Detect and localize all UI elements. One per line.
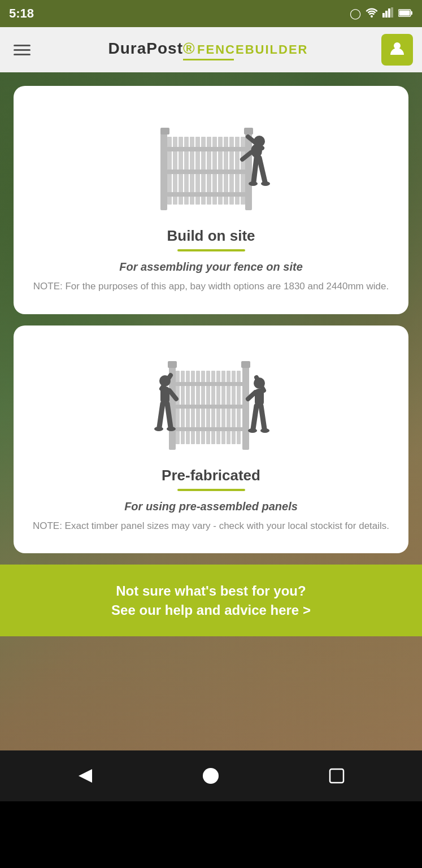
- build-on-site-title: Build on site: [167, 227, 255, 245]
- help-line-1: Not sure what's best for you?: [11, 581, 411, 601]
- svg-rect-9: [160, 131, 167, 210]
- svg-rect-4: [391, 7, 393, 18]
- hamburger-menu[interactable]: [9, 40, 35, 60]
- pre-fabricated-note: NOTE: Exact timber panel sizes may vary …: [33, 519, 389, 533]
- signal-icon: [382, 7, 394, 20]
- help-line-2: See our help and advice here >: [11, 601, 411, 620]
- svg-point-75: [203, 768, 219, 784]
- svg-rect-1: [382, 13, 385, 18]
- svg-point-72: [248, 428, 257, 433]
- svg-rect-6: [411, 11, 412, 15]
- svg-line-34: [254, 158, 256, 182]
- svg-rect-12: [244, 128, 253, 134]
- bottom-nav: [0, 750, 422, 801]
- build-on-site-note: NOTE: For the purposes of this app, bay …: [33, 279, 389, 294]
- logo-underline: [183, 59, 234, 60]
- status-time: 5:18: [9, 6, 34, 21]
- svg-rect-76: [330, 769, 343, 783]
- hamburger-line-3: [14, 54, 31, 55]
- svg-rect-57: [176, 427, 243, 431]
- battery-icon: [398, 8, 413, 20]
- logo-fencebuilder: FENCEBUILDER: [197, 42, 308, 57]
- svg-line-71: [261, 406, 264, 429]
- main-content: Build on site For assembling your fence …: [0, 72, 422, 750]
- status-icons: ◯: [350, 7, 413, 20]
- svg-point-73: [260, 428, 269, 433]
- home-button[interactable]: [194, 759, 228, 793]
- help-banner[interactable]: Not sure what's best for you? See our he…: [0, 565, 422, 636]
- wifi-icon: [366, 7, 378, 20]
- svg-point-64: [154, 427, 163, 431]
- pre-fabricated-card[interactable]: Pre-fabricated For using pre-assembled p…: [14, 326, 408, 554]
- svg-line-35: [259, 158, 265, 182]
- svg-point-0: [371, 15, 373, 18]
- logo-durapost: DuraPost: [108, 40, 183, 58]
- recent-apps-button[interactable]: [320, 759, 354, 793]
- profile-button[interactable]: [381, 34, 413, 66]
- svg-rect-3: [388, 8, 390, 18]
- logo-text: DuraPost® FENCEBUILDER: [108, 40, 308, 58]
- svg-point-37: [261, 181, 270, 186]
- build-on-site-card[interactable]: Build on site For assembling your fence …: [14, 86, 408, 314]
- svg-point-65: [167, 427, 176, 431]
- svg-rect-29: [167, 192, 246, 197]
- cast-icon: ◯: [350, 7, 361, 20]
- build-on-site-subtitle: For assembling your fence on site: [119, 261, 303, 274]
- svg-line-62: [159, 403, 163, 427]
- svg-point-36: [249, 181, 258, 186]
- profile-icon: [388, 39, 406, 61]
- logo: DuraPost® FENCEBUILDER: [108, 40, 308, 60]
- svg-rect-28: [167, 170, 246, 174]
- hamburger-line-2: [14, 49, 31, 51]
- svg-rect-10: [160, 128, 169, 134]
- svg-rect-55: [176, 382, 243, 386]
- pre-fabricated-subtitle: For using pre-assembled panels: [124, 500, 298, 513]
- svg-rect-27: [167, 147, 246, 151]
- svg-rect-56: [176, 405, 243, 409]
- logo-registered: ®: [183, 40, 195, 58]
- status-bar: 5:18 ◯: [0, 0, 422, 27]
- hamburger-line-1: [14, 45, 31, 46]
- svg-rect-7: [399, 10, 410, 15]
- pre-fabricated-underline: [177, 489, 245, 491]
- svg-rect-41: [241, 361, 250, 368]
- svg-marker-74: [79, 769, 92, 783]
- svg-rect-39: [168, 361, 177, 368]
- svg-rect-2: [385, 11, 388, 18]
- svg-line-63: [167, 403, 171, 427]
- back-button[interactable]: [68, 759, 102, 793]
- pre-fabricated-illustration: [138, 342, 285, 455]
- svg-line-70: [253, 406, 256, 429]
- build-on-site-illustration: [138, 103, 285, 216]
- top-nav: DuraPost® FENCEBUILDER: [0, 27, 422, 72]
- build-on-site-underline: [177, 249, 245, 251]
- pre-fabricated-title: Pre-fabricated: [162, 467, 260, 484]
